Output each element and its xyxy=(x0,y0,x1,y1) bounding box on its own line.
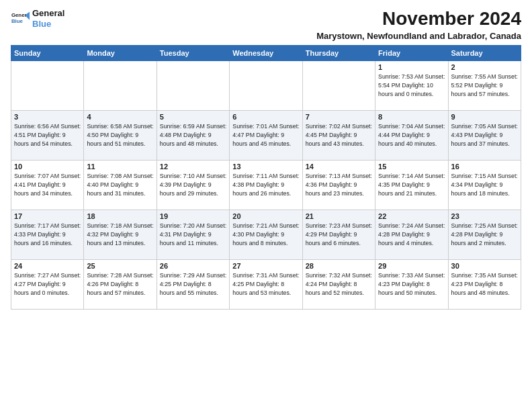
page: General Blue General Blue November 2024 … xyxy=(0,0,532,315)
day-info: Sunrise: 7:35 AM Sunset: 4:23 PM Dayligh… xyxy=(451,271,518,297)
calendar-cell: 23Sunrise: 7:25 AM Sunset: 4:28 PM Dayli… xyxy=(448,210,521,260)
day-number: 9 xyxy=(451,113,518,121)
calendar-cell xyxy=(157,61,229,111)
day-number: 10 xyxy=(14,163,81,171)
day-info: Sunrise: 7:05 AM Sunset: 4:43 PM Dayligh… xyxy=(451,122,518,148)
week-row-4: 24Sunrise: 7:27 AM Sunset: 4:27 PM Dayli… xyxy=(11,260,521,310)
day-number: 14 xyxy=(306,163,372,171)
calendar-cell: 22Sunrise: 7:24 AM Sunset: 4:28 PM Dayli… xyxy=(375,210,448,260)
day-number: 18 xyxy=(87,212,153,220)
calendar-cell: 14Sunrise: 7:13 AM Sunset: 4:36 PM Dayli… xyxy=(302,161,375,210)
day-info: Sunrise: 7:20 AM Sunset: 4:31 PM Dayligh… xyxy=(160,222,226,247)
day-number: 4 xyxy=(87,113,153,121)
day-info: Sunrise: 7:07 AM Sunset: 4:41 PM Dayligh… xyxy=(14,172,81,197)
location: Marystown, Newfoundland and Labrador, Ca… xyxy=(316,31,521,41)
day-info: Sunrise: 7:27 AM Sunset: 4:27 PM Dayligh… xyxy=(14,271,81,297)
day-number: 20 xyxy=(232,212,299,220)
calendar-cell: 7Sunrise: 7:02 AM Sunset: 4:45 PM Daylig… xyxy=(302,111,375,161)
week-row-0: 1Sunrise: 7:53 AM Sunset: 5:54 PM Daylig… xyxy=(11,61,521,111)
day-info: Sunrise: 7:02 AM Sunset: 4:45 PM Dayligh… xyxy=(306,122,372,148)
day-info: Sunrise: 7:14 AM Sunset: 4:35 PM Dayligh… xyxy=(378,172,445,197)
calendar-cell: 18Sunrise: 7:18 AM Sunset: 4:32 PM Dayli… xyxy=(84,210,157,260)
day-info: Sunrise: 6:56 AM Sunset: 4:51 PM Dayligh… xyxy=(14,122,81,148)
day-info: Sunrise: 7:32 AM Sunset: 4:24 PM Dayligh… xyxy=(306,271,372,297)
day-info: Sunrise: 7:01 AM Sunset: 4:47 PM Dayligh… xyxy=(232,122,299,148)
day-info: Sunrise: 7:25 AM Sunset: 4:28 PM Dayligh… xyxy=(451,222,518,247)
calendar-cell xyxy=(230,61,302,111)
calendar-cell: 17Sunrise: 7:17 AM Sunset: 4:33 PM Dayli… xyxy=(11,210,84,260)
calendar-header: SundayMondayTuesdayWednesdayThursdayFrid… xyxy=(11,46,521,61)
day-info: Sunrise: 6:59 AM Sunset: 4:48 PM Dayligh… xyxy=(160,122,226,148)
calendar-cell: 6Sunrise: 7:01 AM Sunset: 4:47 PM Daylig… xyxy=(230,111,302,161)
header: General Blue General Blue November 2024 … xyxy=(11,8,521,41)
month-title: November 2024 xyxy=(316,8,521,30)
day-number: 8 xyxy=(378,113,445,121)
day-number: 17 xyxy=(14,212,81,220)
calendar-cell: 2Sunrise: 7:55 AM Sunset: 5:52 PM Daylig… xyxy=(448,61,521,111)
calendar-cell: 25Sunrise: 7:28 AM Sunset: 4:26 PM Dayli… xyxy=(84,260,157,310)
svg-text:Blue: Blue xyxy=(11,18,24,24)
day-info: Sunrise: 7:29 AM Sunset: 4:25 PM Dayligh… xyxy=(160,271,226,297)
day-info: Sunrise: 7:10 AM Sunset: 4:39 PM Dayligh… xyxy=(160,172,226,197)
calendar-cell: 26Sunrise: 7:29 AM Sunset: 4:25 PM Dayli… xyxy=(157,260,229,310)
day-info: Sunrise: 6:58 AM Sunset: 4:50 PM Dayligh… xyxy=(87,122,153,148)
weekday-header-tuesday: Tuesday xyxy=(157,46,229,61)
day-number: 27 xyxy=(232,262,299,270)
day-number: 19 xyxy=(160,212,226,220)
weekday-header-wednesday: Wednesday xyxy=(230,46,302,61)
calendar-cell xyxy=(302,61,375,111)
day-info: Sunrise: 7:24 AM Sunset: 4:28 PM Dayligh… xyxy=(378,222,445,247)
calendar-table: SundayMondayTuesdayWednesdayThursdayFrid… xyxy=(11,45,521,310)
calendar-cell: 11Sunrise: 7:08 AM Sunset: 4:40 PM Dayli… xyxy=(84,161,157,210)
day-info: Sunrise: 7:13 AM Sunset: 4:36 PM Dayligh… xyxy=(306,172,372,197)
calendar-cell: 13Sunrise: 7:11 AM Sunset: 4:38 PM Dayli… xyxy=(230,161,302,210)
weekday-header-sunday: Sunday xyxy=(11,46,84,61)
calendar-cell: 21Sunrise: 7:23 AM Sunset: 4:29 PM Dayli… xyxy=(302,210,375,260)
week-row-3: 17Sunrise: 7:17 AM Sunset: 4:33 PM Dayli… xyxy=(11,210,521,260)
weekday-header-friday: Friday xyxy=(375,46,448,61)
weekday-header-row: SundayMondayTuesdayWednesdayThursdayFrid… xyxy=(11,46,521,61)
week-row-1: 3Sunrise: 6:56 AM Sunset: 4:51 PM Daylig… xyxy=(11,111,521,161)
day-info: Sunrise: 7:18 AM Sunset: 4:32 PM Dayligh… xyxy=(87,222,153,247)
weekday-header-saturday: Saturday xyxy=(448,46,521,61)
day-number: 7 xyxy=(306,113,372,121)
day-number: 5 xyxy=(160,113,226,121)
week-row-2: 10Sunrise: 7:07 AM Sunset: 4:41 PM Dayli… xyxy=(11,161,521,210)
logo-line1: General xyxy=(32,8,64,19)
calendar-cell: 10Sunrise: 7:07 AM Sunset: 4:41 PM Dayli… xyxy=(11,161,84,210)
day-number: 28 xyxy=(306,262,372,270)
calendar-cell: 29Sunrise: 7:33 AM Sunset: 4:23 PM Dayli… xyxy=(375,260,448,310)
calendar-cell: 20Sunrise: 7:21 AM Sunset: 4:30 PM Dayli… xyxy=(230,210,302,260)
day-info: Sunrise: 7:17 AM Sunset: 4:33 PM Dayligh… xyxy=(14,222,81,247)
day-info: Sunrise: 7:21 AM Sunset: 4:30 PM Dayligh… xyxy=(232,222,299,247)
day-number: 30 xyxy=(451,262,518,270)
day-number: 25 xyxy=(87,262,153,270)
weekday-header-monday: Monday xyxy=(84,46,157,61)
day-info: Sunrise: 7:53 AM Sunset: 5:54 PM Dayligh… xyxy=(378,73,445,98)
day-info: Sunrise: 7:23 AM Sunset: 4:29 PM Dayligh… xyxy=(306,222,372,247)
day-number: 16 xyxy=(451,163,518,171)
day-info: Sunrise: 7:11 AM Sunset: 4:38 PM Dayligh… xyxy=(232,172,299,197)
calendar-cell: 12Sunrise: 7:10 AM Sunset: 4:39 PM Dayli… xyxy=(157,161,229,210)
logo-text: General Blue xyxy=(32,8,64,29)
calendar-cell: 30Sunrise: 7:35 AM Sunset: 4:23 PM Dayli… xyxy=(448,260,521,310)
calendar-cell: 15Sunrise: 7:14 AM Sunset: 4:35 PM Dayli… xyxy=(375,161,448,210)
calendar-body: 1Sunrise: 7:53 AM Sunset: 5:54 PM Daylig… xyxy=(11,61,521,310)
logo: General Blue General Blue xyxy=(11,8,64,29)
calendar-cell xyxy=(84,61,157,111)
day-number: 15 xyxy=(378,163,445,171)
calendar-cell: 8Sunrise: 7:04 AM Sunset: 4:44 PM Daylig… xyxy=(375,111,448,161)
day-info: Sunrise: 7:55 AM Sunset: 5:52 PM Dayligh… xyxy=(451,73,518,98)
calendar-cell: 28Sunrise: 7:32 AM Sunset: 4:24 PM Dayli… xyxy=(302,260,375,310)
day-number: 29 xyxy=(378,262,445,270)
day-info: Sunrise: 7:04 AM Sunset: 4:44 PM Dayligh… xyxy=(378,122,445,148)
calendar-cell: 4Sunrise: 6:58 AM Sunset: 4:50 PM Daylig… xyxy=(84,111,157,161)
day-info: Sunrise: 7:28 AM Sunset: 4:26 PM Dayligh… xyxy=(87,271,153,297)
calendar-cell xyxy=(11,61,84,111)
day-number: 23 xyxy=(451,212,518,220)
day-number: 2 xyxy=(451,63,518,71)
day-number: 24 xyxy=(14,262,81,270)
calendar-cell: 5Sunrise: 6:59 AM Sunset: 4:48 PM Daylig… xyxy=(157,111,229,161)
calendar-cell: 27Sunrise: 7:31 AM Sunset: 4:25 PM Dayli… xyxy=(230,260,302,310)
day-info: Sunrise: 7:15 AM Sunset: 4:34 PM Dayligh… xyxy=(451,172,518,197)
